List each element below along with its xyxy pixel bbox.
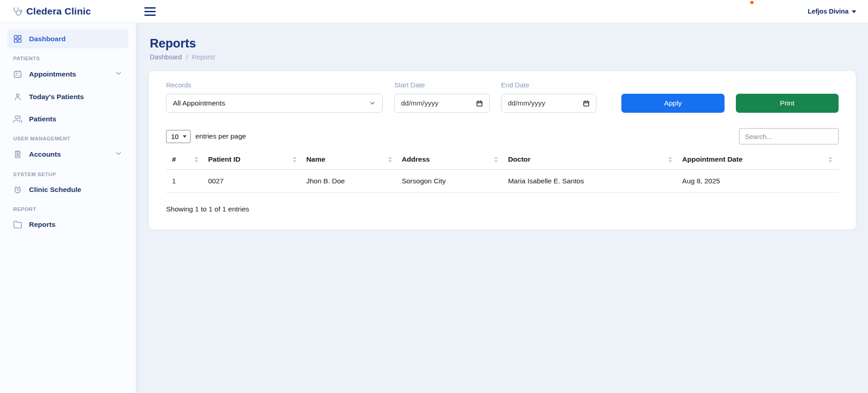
sidebar-item-label: Appointments — [29, 70, 76, 78]
top-header: Cledera Clinic Lefjos Divina — [0, 0, 868, 23]
end-date-label: End Date — [501, 81, 596, 89]
calendar-picker-icon[interactable] — [583, 100, 590, 107]
cell-patient-id: 0027 — [205, 170, 303, 193]
apply-button[interactable]: Apply — [621, 94, 725, 113]
breadcrumb: Dashboard / Reporst — [150, 53, 856, 61]
column-header-address[interactable]: Address — [398, 151, 505, 170]
reports-table: # Patient ID Name Address — [166, 151, 839, 193]
sidebar-item-patients[interactable]: Patients — [7, 110, 129, 129]
column-header-patient-id[interactable]: Patient ID — [205, 151, 303, 170]
sidebar-item-accounts[interactable]: Accounts — [7, 144, 129, 164]
caret-down-icon — [852, 10, 856, 13]
sidebar-item-label: Clinic Schedule — [29, 186, 81, 194]
page-size-select[interactable]: 10 — [166, 130, 191, 143]
sidebar-toggle-button[interactable] — [143, 5, 157, 18]
cell-name: Jhon B. Doe — [303, 170, 398, 193]
sort-icon[interactable] — [293, 157, 296, 163]
sidebar-section-system-setup: SYSTEM SETUP — [7, 168, 129, 180]
brand-name: Cledera Clinic — [26, 6, 91, 17]
table-row: 1 0027 Jhon B. Doe Sorsogon City Maria I… — [166, 170, 839, 193]
entries-summary: Showing 1 to 1 of 1 entries — [166, 205, 839, 213]
column-header-name[interactable]: Name — [303, 151, 398, 170]
folder-icon — [13, 220, 22, 229]
id-badge-icon — [13, 150, 22, 159]
sidebar-item-label: Patients — [29, 115, 56, 123]
chevron-down-icon — [114, 149, 123, 159]
sidebar-item-clinic-schedule[interactable]: Clinic Schedule — [7, 180, 129, 199]
user-menu[interactable]: Lefjos Divina — [808, 8, 868, 15]
sidebar-section-report: REPORT — [7, 202, 129, 215]
app-body: Dashboard PATIENTS Appointments Today's … — [0, 23, 868, 393]
print-button[interactable]: Print — [736, 94, 839, 113]
end-date-value: dd/mm/yyyy — [508, 99, 545, 107]
start-date-filter-group: Start Date dd/mm/yyyy — [394, 81, 490, 113]
sidebar-item-reports[interactable]: Reports — [7, 215, 129, 234]
sidebar-item-label: Accounts — [29, 150, 61, 158]
user-icon — [13, 92, 22, 101]
reports-card: Records All Appointments Start Date dd/m… — [149, 71, 856, 230]
sort-icon[interactable] — [195, 157, 198, 163]
column-header-number[interactable]: # — [166, 151, 205, 170]
sidebar-item-label: Dashboard — [29, 35, 66, 43]
cell-doctor: Maria Isabelle E. Santos — [504, 170, 678, 193]
grid-icon — [13, 34, 22, 43]
sort-icon[interactable] — [388, 157, 392, 163]
cell-address: Sorsogon City — [398, 170, 505, 193]
table-header-row: # Patient ID Name Address — [166, 151, 839, 170]
breadcrumb-dashboard-link[interactable]: Dashboard — [150, 53, 182, 61]
brand[interactable]: Cledera Clinic — [0, 6, 136, 17]
sidebar: Dashboard PATIENTS Appointments Today's … — [0, 23, 136, 393]
page-size-controls: 10 entries per page — [166, 130, 246, 143]
caret-down-icon — [183, 135, 186, 138]
table-controls: 10 entries per page — [166, 128, 839, 144]
end-date-input[interactable]: dd/mm/yyyy — [501, 94, 596, 113]
column-header-doctor[interactable]: Doctor — [504, 151, 678, 170]
user-name: Lefjos Divina — [808, 8, 849, 15]
sidebar-item-dashboard[interactable]: Dashboard — [7, 29, 129, 48]
sidebar-item-label: Today's Patients — [29, 93, 84, 101]
search-input[interactable] — [739, 128, 839, 144]
sort-icon[interactable] — [829, 157, 832, 163]
start-date-label: Start Date — [394, 81, 490, 89]
start-date-value: dd/mm/yyyy — [401, 99, 439, 107]
column-header-appointment-date[interactable]: Appointment Date — [678, 151, 839, 170]
records-select-value: All Appointments — [173, 99, 225, 107]
start-date-input[interactable]: dd/mm/yyyy — [394, 94, 490, 113]
filter-row: Records All Appointments Start Date dd/m… — [166, 81, 839, 113]
users-icon — [13, 115, 22, 124]
record-indicator-dot — [750, 1, 754, 4]
cell-row-number: 1 — [166, 170, 205, 193]
chevron-down-icon — [114, 69, 123, 79]
page-size-value: 10 — [171, 133, 179, 140]
calendar-icon — [13, 70, 22, 79]
entries-per-page-label: entries per page — [196, 132, 246, 140]
calendar-picker-icon[interactable] — [476, 100, 483, 107]
chevron-down-icon — [369, 100, 376, 107]
sidebar-item-todays-patients[interactable]: Today's Patients — [7, 87, 129, 106]
breadcrumb-separator: / — [186, 53, 188, 61]
sort-icon[interactable] — [668, 157, 672, 163]
alarm-clock-icon — [13, 185, 22, 194]
records-label: Records — [166, 81, 383, 89]
sidebar-section-patients: PATIENTS — [7, 52, 129, 64]
records-select[interactable]: All Appointments — [166, 94, 383, 113]
sidebar-item-appointments[interactable]: Appointments — [7, 64, 129, 84]
hamburger-icon — [144, 7, 156, 9]
sidebar-item-label: Reports — [29, 220, 56, 229]
cell-appointment-date: Aug 8, 2025 — [678, 170, 839, 193]
breadcrumb-report: Reporst — [192, 53, 215, 61]
main-content: Reports Dashboard / Reporst Records All … — [136, 23, 868, 393]
stethoscope-icon — [12, 6, 22, 17]
sidebar-section-user-management: USER MANAGEMENT — [7, 132, 129, 144]
end-date-filter-group: End Date dd/mm/yyyy — [501, 81, 596, 113]
sort-icon[interactable] — [494, 157, 498, 163]
page-title: Reports — [150, 37, 856, 51]
records-filter-group: Records All Appointments — [166, 81, 383, 113]
